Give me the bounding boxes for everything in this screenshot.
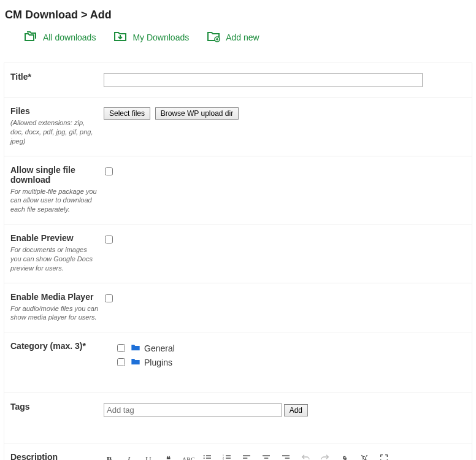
svg-point-2 [204, 458, 205, 459]
label-allow-single: Allow single file download [10, 165, 99, 185]
allow-single-checkbox[interactable] [105, 167, 113, 175]
unlink-icon[interactable] [359, 453, 370, 460]
category-label: General [144, 343, 175, 353]
select-files-button[interactable]: Select files [104, 107, 150, 120]
nav-all-downloads[interactable]: All downloads [23, 29, 96, 45]
label-enable-preview: Enable Preview [10, 233, 99, 243]
form: Title* Files (Allowed extensions: zip, d… [4, 63, 472, 460]
nav-add-new[interactable]: Add new [206, 29, 259, 45]
label-description: Description [10, 452, 99, 460]
row-enable-media: Enable Media Player For audio/movie file… [4, 283, 472, 333]
category-item: Plugins [115, 356, 466, 368]
quote-icon[interactable]: ❝ [163, 454, 174, 460]
tag-input[interactable] [104, 403, 282, 417]
editor-toolbar: B I U ❝ ABC 123 [104, 453, 466, 460]
label-files: Files [10, 106, 99, 116]
redo-icon[interactable] [320, 453, 331, 460]
help-enable-media: For audio/movie files you can show media… [10, 304, 99, 323]
italic-icon[interactable]: I [123, 454, 134, 460]
folder-download-icon [113, 29, 128, 45]
nav-label: All downloads [43, 33, 96, 42]
row-allow-single: Allow single file download For multiple-… [4, 156, 472, 225]
underline-icon[interactable]: U [143, 454, 154, 460]
category-item: General [115, 342, 466, 354]
label-tags: Tags [10, 402, 99, 412]
align-left-icon[interactable] [241, 453, 252, 460]
strikethrough-icon[interactable]: ABC [182, 456, 193, 460]
folder-icon [131, 357, 140, 367]
nav-label: Add new [226, 33, 259, 42]
page-title: CM Download > Add [5, 9, 472, 21]
ordered-list-icon[interactable]: 123 [221, 453, 232, 460]
svg-point-1 [204, 455, 205, 456]
label-enable-media: Enable Media Player [10, 292, 99, 302]
enable-preview-checkbox[interactable] [105, 236, 113, 243]
folders-icon [23, 29, 38, 45]
help-files: (Allowed extensions: zip, doc, docx, pdf… [10, 118, 99, 146]
link-icon[interactable] [339, 453, 350, 460]
row-category: Category (max. 3)* General Plugins [4, 332, 472, 393]
category-checkbox-plugins[interactable] [117, 358, 125, 366]
help-allow-single: For multiple-file package you can allow … [10, 187, 99, 215]
category-label: Plugins [144, 358, 172, 367]
label-category: Category (max. 3)* [10, 341, 99, 351]
row-description: Description B I U ❝ ABC 123 [4, 443, 472, 460]
row-tags: Tags Add [4, 393, 472, 443]
nav-label: My Downloads [132, 33, 189, 42]
align-right-icon[interactable] [280, 453, 291, 460]
nav-my-downloads[interactable]: My Downloads [113, 29, 189, 45]
undo-icon[interactable] [300, 453, 311, 460]
category-checkbox-general[interactable] [117, 344, 125, 352]
folder-add-icon [206, 29, 221, 45]
unordered-list-icon[interactable] [202, 453, 213, 460]
row-enable-preview: Enable Preview For documents or images y… [4, 224, 472, 283]
enable-media-checkbox[interactable] [105, 294, 113, 302]
row-files: Files (Allowed extensions: zip, doc, doc… [4, 98, 472, 156]
browse-wp-button[interactable]: Browse WP upload dir [155, 107, 239, 120]
top-nav: All downloads My Downloads Add new [23, 29, 472, 45]
fullscreen-icon[interactable] [378, 453, 390, 460]
help-enable-preview: For documents or images you can show Goo… [10, 245, 99, 273]
title-input[interactable] [104, 73, 423, 87]
bold-icon[interactable]: B [104, 454, 115, 460]
add-tag-button[interactable]: Add [284, 404, 308, 416]
align-center-icon[interactable] [261, 453, 272, 460]
label-title: Title* [10, 72, 99, 82]
row-title: Title* [4, 63, 472, 98]
folder-icon [131, 343, 140, 353]
